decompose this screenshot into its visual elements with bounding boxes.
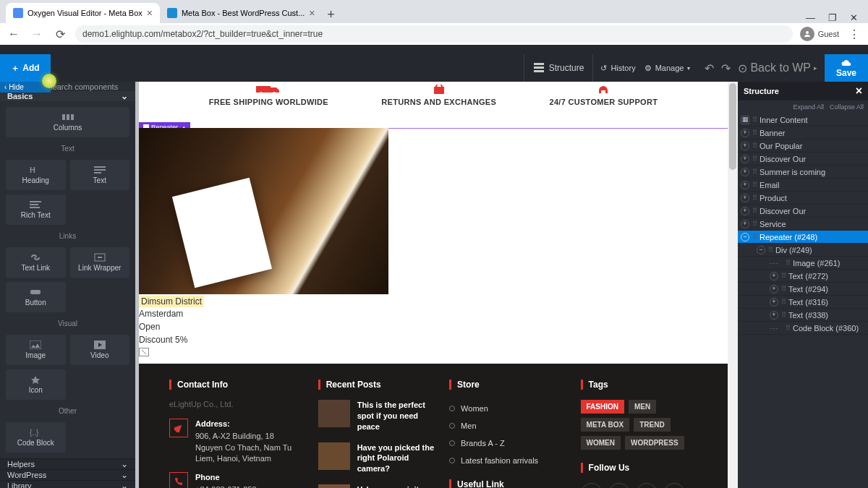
reload-icon[interactable]: ⟳ <box>52 26 68 42</box>
tag-chip[interactable]: MEN <box>629 400 656 414</box>
category-basics[interactable]: Basics ⌄ <box>0 91 135 101</box>
tile-image[interactable]: Image <box>6 335 66 365</box>
expand-icon[interactable]: + <box>770 311 778 320</box>
tree-row[interactable]: +⠿Text (#316) <box>738 296 868 309</box>
canvas-scrollbar[interactable] <box>728 82 738 488</box>
post-item[interactable]: Velusce suscipit quis luctus <box>318 484 435 488</box>
tile-richtext[interactable]: Rich Text <box>6 194 66 225</box>
close-window-icon[interactable]: ✕ <box>850 12 858 23</box>
tile-textlink[interactable]: Text Link <box>6 247 66 278</box>
tree-row[interactable]: +⠿Banner <box>738 127 868 140</box>
tile-columns[interactable]: Columns <box>6 107 129 137</box>
tree-row[interactable]: +⠿Text (#272) <box>738 270 868 283</box>
undo-icon[interactable]: ↶ <box>705 61 714 75</box>
drag-handle[interactable]: ⠿ <box>752 142 757 150</box>
tree-row[interactable]: +⠿Summer is coming <box>738 166 868 179</box>
tree-row[interactable]: +⠿Text (#294) <box>738 283 868 296</box>
instagram-icon[interactable] <box>608 483 630 488</box>
collapse-icon[interactable]: − <box>757 246 765 254</box>
tag-chip[interactable]: WOMEN <box>581 436 621 450</box>
tree-row[interactable]: +⠿Discover Our <box>738 153 868 166</box>
drag-handle[interactable]: ⠿ <box>752 129 757 137</box>
expand-icon[interactable]: + <box>741 220 749 228</box>
expand-icon[interactable]: + <box>741 168 749 176</box>
menu-icon[interactable]: ⋮ <box>846 26 862 42</box>
maximize-icon[interactable]: ❐ <box>828 12 837 23</box>
tile-heading[interactable]: HHeading <box>6 160 66 190</box>
back-to-wp-button[interactable]: ⊙ Back to WP ▸ <box>738 61 817 75</box>
drag-handle[interactable]: ⠿ <box>786 259 790 267</box>
tag-chip[interactable]: WORDPRESS <box>625 436 684 450</box>
collapse-all[interactable]: Collapse All <box>830 103 864 111</box>
drag-handle[interactable]: ⠿ <box>752 207 757 215</box>
tree-row[interactable]: - - -⠿Image (#261) <box>738 257 868 270</box>
expand-all[interactable]: Expand All <box>793 103 824 111</box>
redo-icon[interactable]: ↷ <box>721 61 731 75</box>
tree-row[interactable]: −⠿Div (#249) <box>738 244 868 257</box>
repeater-title[interactable]: Dimsum District <box>139 296 204 307</box>
drag-handle[interactable]: ⠿ <box>781 272 786 280</box>
tree-row[interactable]: +⠿Our Popular <box>738 140 868 153</box>
category-wordpress[interactable]: WordPress⌄ <box>0 469 135 480</box>
close-icon[interactable]: × <box>309 7 315 19</box>
tree-row[interactable]: −⠿Repeater (#248) <box>738 231 868 244</box>
list-item[interactable]: Brands A - Z <box>449 435 566 452</box>
canvas[interactable]: FREE SHIPPING WORLDWIDE RETURNS AND EXCH… <box>139 82 728 488</box>
save-button[interactable]: Save <box>825 54 868 82</box>
repeater-city[interactable]: Amsterdam <box>139 307 728 320</box>
expand-icon[interactable]: + <box>741 142 749 150</box>
linkedin-icon[interactable] <box>663 483 685 488</box>
tree-row[interactable]: - - -⠿Code Block (#360) <box>738 322 868 335</box>
url-input[interactable]: demo1.elightup.com/metabox2/?ct_builder=… <box>75 25 793 43</box>
close-icon[interactable]: × <box>147 7 153 19</box>
tile-linkwrapper[interactable]: Link Wrapper <box>70 247 130 278</box>
category-library[interactable]: Library⌄ <box>0 480 135 488</box>
tag-chip[interactable]: FASHION <box>581 400 624 414</box>
close-icon[interactable]: × <box>856 85 862 98</box>
drag-handle[interactable]: ⠿ <box>781 285 786 293</box>
manage-button[interactable]: ⚙ Manage ▾ <box>644 64 691 73</box>
repeater-discount[interactable]: Discount 5% <box>139 333 728 346</box>
tree-row[interactable]: ▦⠿Inner Content <box>738 114 868 127</box>
drag-handle[interactable]: ⠿ <box>752 233 757 241</box>
expand-icon[interactable]: + <box>741 155 749 163</box>
browser-tab-active[interactable]: Oxygen Visual Editor - Meta Box × <box>6 3 160 23</box>
post-item[interactable]: Have you picked the right Polaroid camer… <box>318 442 435 475</box>
expand-icon[interactable]: + <box>770 285 778 294</box>
category-helpers[interactable]: Helpers⌄ <box>0 458 135 469</box>
list-item[interactable]: Women <box>449 400 566 417</box>
tag-chip[interactable]: TREND <box>634 418 670 432</box>
forward-icon[interactable]: → <box>29 26 45 42</box>
profile-chip[interactable]: Guest <box>800 27 839 41</box>
scroll-thumb[interactable] <box>729 83 736 170</box>
tile-button[interactable]: Button <box>6 282 66 312</box>
twitter-icon[interactable] <box>636 483 658 488</box>
collapse-icon[interactable]: − <box>741 233 749 241</box>
drag-handle[interactable]: ⠿ <box>752 181 757 189</box>
expand-icon[interactable]: + <box>741 129 749 137</box>
drag-handle[interactable]: ⠿ <box>781 298 786 306</box>
tile-codeblock[interactable]: {..}Code Block <box>6 422 66 453</box>
tree-row[interactable]: +⠿Text (#338) <box>738 309 868 322</box>
expand-icon[interactable]: + <box>770 298 778 307</box>
drag-handle[interactable]: ⠿ <box>752 116 757 124</box>
tile-video[interactable]: Video <box>70 335 130 365</box>
structure-toggle[interactable]: Structure <box>524 54 594 82</box>
drag-handle[interactable]: ⠿ <box>781 311 786 319</box>
drag-handle[interactable]: ⠿ <box>786 324 790 332</box>
tile-icon[interactable]: Icon <box>6 369 66 400</box>
tree-row[interactable]: +⠿Service <box>738 218 868 231</box>
back-icon[interactable]: ← <box>6 26 22 42</box>
new-tab-button[interactable]: + <box>323 6 340 23</box>
facebook-icon[interactable] <box>581 483 603 488</box>
drag-handle[interactable]: ⠿ <box>752 168 757 176</box>
history-button[interactable]: ↺ History <box>600 64 635 73</box>
tile-text[interactable]: Text <box>70 160 130 190</box>
expand-icon[interactable]: + <box>741 207 749 215</box>
browser-tab[interactable]: Meta Box - Best WordPress Cust... × <box>160 3 323 23</box>
expand-icon[interactable]: + <box>741 194 749 202</box>
tree-row[interactable]: +⠿Product <box>738 192 868 205</box>
expand-icon[interactable]: + <box>741 181 749 189</box>
drag-handle[interactable]: ⠿ <box>752 220 757 228</box>
list-item[interactable]: Men <box>449 417 566 435</box>
